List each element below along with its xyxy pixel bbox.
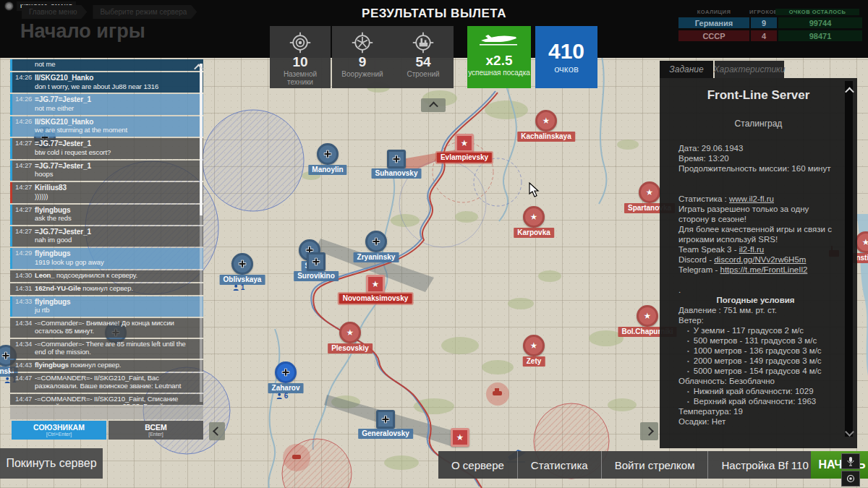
chat-accent-bar [10,116,12,137]
stat-label: Наземной техники [270,70,331,86]
chat-accent-bar [10,160,12,181]
statistics-button[interactable]: Статистика [517,451,601,479]
chat-accent-bar [10,182,12,202]
map-scroll-right-button[interactable] [640,422,658,440]
tab-mission[interactable]: Задание [660,61,713,78]
chat-timestamp: 14:30 [15,272,32,280]
chat-message: not me [10,59,203,71]
points-label: очков [554,64,579,74]
chat-timestamp: 14:47 [15,395,32,403]
coalition-players: 4 [751,30,777,41]
chat-accent-bar [10,94,12,114]
chat-timestamp: 14:33 [15,298,32,306]
column-header: ОЧКОВ ОСТАЛОСЬ [775,9,859,15]
chat-timestamp: 14:27 [15,184,32,192]
chat-timestamp: 14:31 [15,285,32,293]
buildings-icon [412,30,435,55]
chat-message: 14:26II/SKG210_Hankowe are sturming at t… [10,116,203,137]
landing-bonus-box: x2.5 успешная посадка [467,26,531,88]
chat-scrollbar[interactable] [200,64,203,402]
panel-link[interactable]: https://t.me/FrontLineIl2 [720,265,808,274]
panel-line: •Нижний край облачности: 1029 [678,386,833,396]
panel-line: Играть разрешено только за одну сторону … [678,204,833,224]
record-indicator-button[interactable] [841,471,860,487]
panel-line: •500 метров - 131 градусов 3 м/с [678,335,833,346]
chat-message: 14:29flyingbugs1919 look up gop away [10,248,203,268]
ground-vehicles-icon [289,30,312,55]
panel-line: •2000 метров - 149 градусов 3 м/с [678,356,833,366]
stat-buildings: 54 Строений [393,26,454,88]
landing-label: успешная посадка [468,69,530,77]
panel-link[interactable]: il2-fl.ru [739,245,765,254]
panel-link[interactable]: discord.gg/NVv2rw6H5m [714,255,806,264]
chat-message: 14:26=JG.77=Jester_1not me either [10,94,203,114]
panel-line: Погодные условия [678,295,833,305]
panel-line: •1000 метров - 136 градусов 3 м/с [678,346,833,356]
tab-specifications[interactable]: Характеристики [715,61,784,78]
panel-line: •Верхний край облачности: 1963 [678,396,833,406]
chat-message: 14:34-=Commander=- Внимание! До конца ми… [10,318,203,338]
chat-input[interactable] [10,406,203,419]
column-header: КОАЛИЦИЯ [678,9,749,15]
panel-line: Продолжительность миссии: 160 минут [678,163,833,174]
panel-line: Давление : 751 мм. рт. ст. [678,305,833,315]
table-row-ussr: СССР 4 98471 [678,30,862,41]
chat-timestamp: 14:27 [15,228,32,236]
chat-message: 14:27Kirilius83)))))) [10,182,203,202]
panel-line: Дата: 29.06.1943 [678,143,833,153]
mission-info-panel: Front-Line Server Сталинград Дата: 29.06… [660,78,857,448]
panel-line: •У земли - 117 градусов 2 м/с [678,325,833,335]
map-name: Сталинград [660,119,857,129]
chat-accent-bar [10,59,12,71]
leave-server-button[interactable]: Покинуть сервер [0,448,103,479]
coalition-points: 98471 [778,30,862,41]
panel-scroll-up-icon[interactable] [846,84,853,97]
stat-ground-vehicles: 10 Наземной техники [270,26,331,88]
chat-scroll-up-icon[interactable] [195,61,202,74]
chat-timestamp: 14:47 [15,374,32,382]
chat-all-button[interactable]: ВСЕМ [Enter] [109,421,203,440]
chat-allies-label: СОЮЗНИКАМ [33,424,85,432]
stat-value: 9 [359,55,367,69]
panel-line [678,184,833,194]
landing-plane-icon [478,32,520,51]
chat-allies-hotkey: [Ctrl+Enter] [46,432,72,437]
chat-message: 14:34-=Commander=- There are 85 minutes … [10,339,203,359]
microphone-icon [847,457,854,466]
chat-message-list[interactable]: not me14:26II/SKG210_Hankodon t worry, w… [10,59,203,405]
weapons-icon [351,30,374,55]
panel-link[interactable]: www.il2-fl.ru [729,194,774,203]
join-as-gunner-button[interactable]: Войти стрелком [601,451,708,479]
chat-message: 14:47-=COMMANDER=- II/SKG210_Faint, Вас … [10,373,203,393]
coalition-name: СССР [678,30,749,41]
microphone-button[interactable] [841,453,860,469]
map-scroll-up-button[interactable] [421,98,446,112]
chat-timestamp: 14:27 [15,206,32,214]
panel-line: Discord - discord.gg/NVv2rw6H5m [678,254,833,265]
game-screen: inski1ManoylinSuhanovsky★Evlampievsky★Ka… [0,0,868,488]
chat-timestamp: 14:34 [15,320,32,328]
stat-label: Вооружений [341,70,383,78]
coalition-name: Германия [678,17,749,28]
panel-line: Осадки: Нет [678,416,833,427]
panel-line: Облачность: Безоблачно [678,376,833,386]
chat-timestamp: 14:43 [15,361,32,369]
table-row-germany: Германия 9 99744 [678,17,862,28]
panel-scrollbar[interactable] [845,81,853,437]
map-scroll-left-button[interactable] [209,422,225,440]
chat-timestamp: 14:29 [15,249,32,257]
panel-line: Для более качественной игры и связи с иг… [678,224,833,244]
points-value: 410 [548,40,584,62]
server-name: Front-Line Server [660,88,857,103]
about-server-button[interactable]: О сервере [438,451,517,479]
chat-message: 14:43flyingbugs покинул сервер. [10,360,203,372]
chat-allies-button[interactable]: СОЮЗНИКАМ [Ctrl+Enter] [12,421,106,440]
volga-river [856,214,868,376]
coalition-table: КОАЛИЦИЯ ИГРОКОВ ОЧКОВ ОСТАЛОСЬ Германия… [678,9,862,43]
record-icon [846,474,855,483]
panel-scroll-down-icon[interactable] [846,425,853,438]
coalition-points: 99744 [778,17,862,28]
panel-line: Telegram - https://t.me/FrontLineIl2 [678,265,833,275]
panel-line [678,174,833,184]
chat-accent-bar [10,226,12,247]
